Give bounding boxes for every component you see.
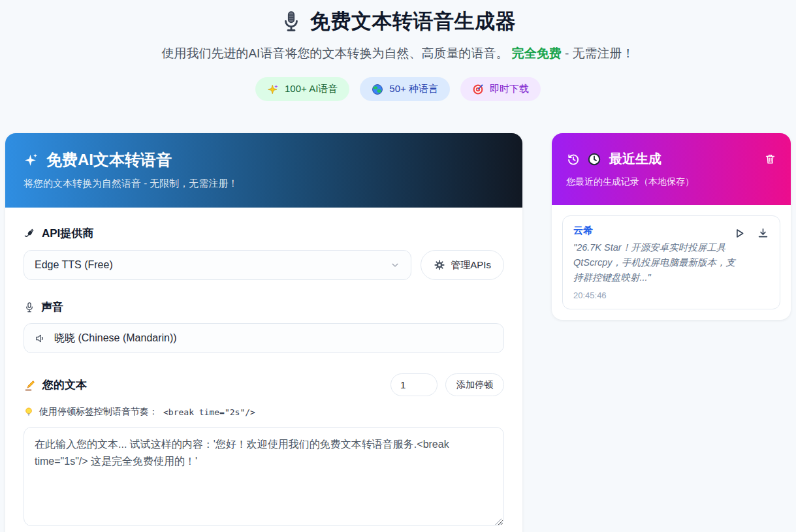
pause-tip: 使用停顿标签控制语音节奏：<break time="2s"/> xyxy=(24,406,504,418)
api-provider-select[interactable]: Edge TTS (Free) xyxy=(24,250,411,280)
voice-select[interactable]: 晓晓 (Chinese (Mandarin)) xyxy=(24,323,504,353)
history-icon xyxy=(566,152,581,166)
tts-card: 免费AI文本转语音 将您的文本转换为自然语音 - 无限制，无需注册！ xyxy=(5,133,522,532)
recent-card-subtitle: 您最近的生成记录（本地保存） xyxy=(566,176,776,188)
chevron-down-icon xyxy=(390,260,400,270)
play-icon xyxy=(733,227,746,240)
your-text-label: 您的文本 xyxy=(24,377,87,392)
pause-seconds-input[interactable] xyxy=(390,373,438,396)
tts-card-subtitle: 将您的文本转换为自然语音 - 无限制，无需注册！ xyxy=(24,178,504,190)
gear-icon xyxy=(434,259,445,271)
plug-icon xyxy=(24,227,36,240)
recent-item-text: "26.7K Star！开源安卓实时投屏工具 QtScrcpy，手机投屏电脑最新… xyxy=(573,240,738,286)
badge-languages: 50+ 种语言 xyxy=(360,77,450,101)
writing-hand-icon xyxy=(24,379,37,392)
sparkles-icon xyxy=(267,84,279,95)
badge-instant-download: 即时下载 xyxy=(460,77,541,101)
recent-item-time: 20:45:46 xyxy=(573,290,769,300)
tts-card-header: 免费AI文本转语音 将您的文本转换为自然语音 - 无限制，无需注册！ xyxy=(5,133,522,208)
badge-ai-voices: 100+ AI语音 xyxy=(255,77,349,101)
free-highlight: 完全免费 xyxy=(512,46,562,60)
recent-item[interactable]: 云希 "26.7K Star！开源安卓实时投屏工具 QtScrcpy，手机投屏电… xyxy=(562,215,780,309)
target-icon xyxy=(472,84,484,95)
microphone-icon xyxy=(24,302,35,313)
lightbulb-icon xyxy=(24,407,34,417)
download-button[interactable] xyxy=(757,227,769,240)
clock-icon xyxy=(587,152,601,166)
microphone-icon xyxy=(280,10,302,33)
globe-icon xyxy=(372,84,383,95)
recent-card-header: 最近生成 您最近的生成记录（本地保存） xyxy=(552,133,791,205)
api-provider-label: API提供商 xyxy=(24,226,504,241)
recent-card: 最近生成 您最近的生成记录（本地保存） xyxy=(552,133,791,320)
play-button[interactable] xyxy=(733,227,746,240)
download-icon xyxy=(757,227,769,240)
sparkles-icon xyxy=(24,152,39,168)
page-header: 免费文本转语音生成器 使用我们先进的AI语音将您的文本转换为自然、高质量的语音。… xyxy=(0,0,796,101)
trash-icon xyxy=(764,153,776,165)
voice-value: 晓晓 (Chinese (Mandarin)) xyxy=(54,332,177,345)
page-title: 免费文本转语音生成器 xyxy=(310,8,516,35)
clear-history-button[interactable] xyxy=(764,153,776,165)
page-subtitle: 使用我们先进的AI语音将您的文本转换为自然、高质量的语音。 完全免费 - 无需注… xyxy=(0,45,796,62)
break-tag-example: <break time="2s"/> xyxy=(163,407,255,417)
recent-card-title: 最近生成 xyxy=(609,150,661,168)
manage-apis-button[interactable]: 管理APIs xyxy=(421,250,504,280)
text-input-area[interactable] xyxy=(24,427,504,526)
add-pause-button[interactable]: 添加停顿 xyxy=(445,373,504,396)
manage-apis-label: 管理APIs xyxy=(451,259,491,272)
tts-card-title: 免费AI文本转语音 xyxy=(46,149,172,170)
feature-badges: 100+ AI语音 50+ 种语言 xyxy=(0,77,796,101)
api-provider-value: Edge TTS (Free) xyxy=(35,259,113,271)
voice-label: 声音 xyxy=(24,300,504,315)
speaker-icon xyxy=(35,333,46,344)
